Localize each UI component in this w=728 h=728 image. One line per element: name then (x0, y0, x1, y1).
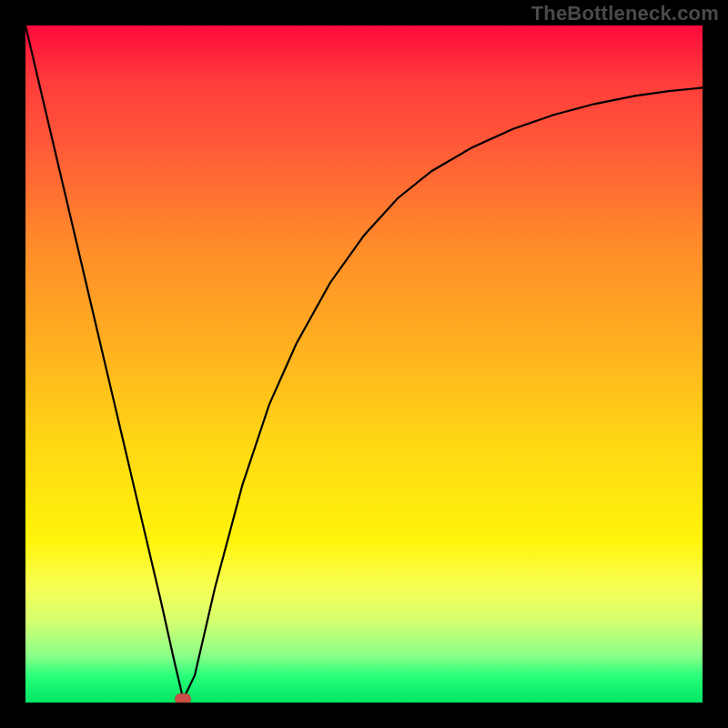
attribution-text: TheBottleneck.com (531, 2, 719, 25)
minimum-marker (175, 693, 191, 703)
curve-svg (25, 25, 703, 703)
bottleneck-curve (25, 25, 703, 699)
chart-frame: TheBottleneck.com (0, 0, 728, 728)
plot-area (25, 25, 703, 703)
